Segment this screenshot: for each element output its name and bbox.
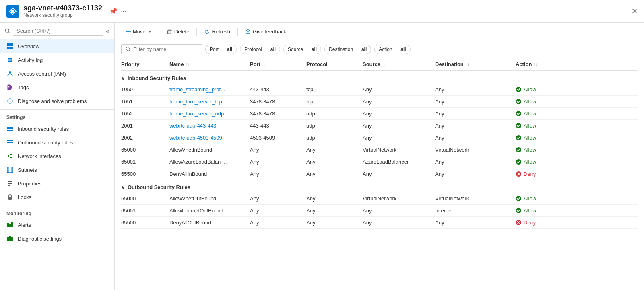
rule-link[interactable]: webrtc-udp-4503-4509 — [169, 135, 222, 141]
more-icon[interactable]: ··· — [121, 8, 126, 15]
protocol-filter-chip[interactable]: Protocol == all — [240, 45, 280, 54]
sidebar-search-input[interactable] — [13, 26, 103, 36]
tags-label: Tags — [18, 84, 29, 90]
cell-priority: 1051 — [121, 99, 169, 105]
rule-link[interactable]: frame_turn_server_udp — [169, 111, 224, 117]
allow-icon — [516, 208, 522, 214]
priority-sort-icon[interactable]: ↑↓ — [141, 62, 145, 66]
cell-name[interactable]: frame_streaming_prot... — [169, 86, 250, 93]
outbound-rows: 65000 AllowVnetOutBound Any Any VirtualN… — [121, 193, 638, 229]
destination-filter-chip[interactable]: Destination == all — [324, 45, 371, 54]
pin-icon[interactable]: 📌 — [109, 7, 118, 15]
cell-priority: 1050 — [121, 86, 169, 93]
cell-priority: 65001 — [121, 208, 169, 214]
sidebar-item-activity-log[interactable]: Activity log — [0, 53, 114, 67]
rule-link[interactable]: frame_streaming_prot... — [169, 86, 225, 93]
svg-rect-40 — [9, 236, 11, 241]
cell-name[interactable]: webrtc-udp-4503-4509 — [169, 135, 250, 141]
source-sort-icon[interactable]: ↑↓ — [382, 62, 386, 66]
th-priority: Priority ↑↓ — [121, 61, 169, 67]
sidebar-item-inbound-security-rules[interactable]: Inbound security rules — [0, 122, 114, 136]
move-label: Move — [133, 29, 146, 35]
cell-source: Any — [363, 208, 435, 214]
action-filter-chip[interactable]: Action == all — [374, 45, 410, 54]
cell-name[interactable]: frame_turn_server_tcp — [169, 99, 250, 105]
allow-icon — [516, 86, 522, 93]
cell-source: Any — [363, 220, 435, 226]
action-sort-icon[interactable]: ↑↓ — [533, 62, 537, 66]
sidebar-item-diagnostic-settings[interactable]: Diagnostic settings — [0, 232, 114, 245]
cell-name[interactable]: frame_turn_server_udp — [169, 111, 250, 117]
move-button[interactable]: Move — [121, 27, 156, 37]
activity-log-icon — [6, 56, 14, 64]
diagnostic-icon — [6, 235, 14, 242]
cell-priority: 65000 — [121, 195, 169, 202]
svg-rect-34 — [8, 185, 10, 186]
outbound-collapse-icon: ∨ — [121, 184, 125, 190]
table-row: 65001 AllowAzureLoadBalan-... Any Any Az… — [121, 156, 638, 168]
cell-port: Any — [250, 195, 306, 202]
sidebar-item-overview[interactable]: Overview — [0, 39, 114, 53]
port-filter-chip[interactable]: Port == all — [205, 45, 237, 54]
cell-source: VirtualNetwork — [363, 147, 435, 153]
allow-icon — [516, 135, 522, 141]
cell-destination: VirtualNetwork — [435, 147, 516, 153]
refresh-icon — [204, 29, 210, 35]
filter-by-name-input[interactable] — [133, 46, 198, 52]
feedback-button[interactable]: Give feedback — [241, 27, 290, 37]
sidebar-item-outbound-security-rules[interactable]: Outbound security rules — [0, 136, 114, 149]
allow-icon — [516, 111, 522, 117]
th-action: Action ↑↓ — [516, 61, 580, 67]
cell-protocol: Any — [306, 195, 363, 202]
cell-port: 443-443 — [250, 123, 306, 129]
cell-name: AllowInternetOutBound — [169, 208, 250, 214]
inbound-section-row[interactable]: ∨ Inbound Security Rules — [121, 71, 638, 84]
name-sort-icon[interactable]: ↑↓ — [185, 62, 189, 66]
sidebar-item-diagnose[interactable]: Diagnose and solve problems — [0, 94, 114, 108]
sidebar-item-tags[interactable]: Tags — [0, 80, 114, 94]
activity-log-label: Activity log — [18, 57, 43, 63]
sidebar-nav: Overview Activity log — [0, 39, 114, 290]
svg-rect-26 — [11, 157, 12, 158]
filter-search-icon — [126, 47, 131, 52]
rule-link[interactable]: frame_turn_server_tcp — [169, 99, 222, 105]
diagnose-icon — [6, 97, 14, 105]
sidebar-item-properties[interactable]: Properties — [0, 177, 114, 190]
locks-label: Locks — [18, 194, 31, 200]
cell-source: AzureLoadBalancer — [363, 159, 435, 165]
svg-rect-5 — [10, 43, 13, 46]
refresh-button[interactable]: Refresh — [200, 27, 234, 37]
source-filter-chip[interactable]: Source == all — [283, 45, 321, 54]
cell-priority: 65001 — [121, 159, 169, 165]
destination-sort-icon[interactable]: ↑↓ — [465, 62, 469, 66]
close-button[interactable]: ✕ — [632, 7, 638, 16]
collapse-sidebar-button[interactable]: « — [106, 27, 109, 35]
protocol-filter-label: Protocol == all — [244, 47, 276, 52]
cell-destination: Internet — [435, 208, 516, 214]
cell-protocol: Any — [306, 147, 363, 153]
sidebar-item-network-interfaces[interactable]: Network interfaces — [0, 149, 114, 163]
sidebar-item-locks[interactable]: Locks — [0, 190, 114, 204]
cell-name: AllowAzureLoadBalan-... — [169, 159, 250, 165]
sidebar-item-subnets[interactable]: Subnets — [0, 163, 114, 177]
cell-name[interactable]: webrtc-udp-443-443 — [169, 123, 250, 129]
sidebar-item-alerts[interactable]: Alerts — [0, 218, 114, 232]
inbound-rows: 1050 frame_streaming_prot... 443-443 tcp… — [121, 84, 638, 180]
rule-link[interactable]: webrtc-udp-443-443 — [169, 123, 216, 129]
delete-button[interactable]: Delete — [163, 27, 194, 37]
outbound-section-row[interactable]: ∨ Outbound Security Rules — [121, 180, 638, 193]
svg-point-11 — [9, 71, 11, 74]
sidebar-item-access-control[interactable]: Access control (IAM) — [0, 67, 114, 80]
cell-action: Allow — [516, 195, 580, 202]
cell-action: Allow — [516, 123, 580, 129]
protocol-sort-icon[interactable]: ↑↓ — [329, 62, 333, 66]
cell-protocol: Any — [306, 159, 363, 165]
port-sort-icon[interactable]: ↑↓ — [262, 62, 266, 66]
tags-icon — [6, 84, 14, 91]
cell-source: Any — [363, 123, 435, 129]
cell-action: Allow — [516, 111, 580, 117]
svg-rect-25 — [11, 154, 12, 155]
table-row: 2002 webrtc-udp-4503-4509 4503-4509 udp … — [121, 132, 638, 144]
cell-name: AllowVnetOutBound — [169, 195, 250, 202]
th-destination: Destination ↑↓ — [435, 61, 516, 67]
